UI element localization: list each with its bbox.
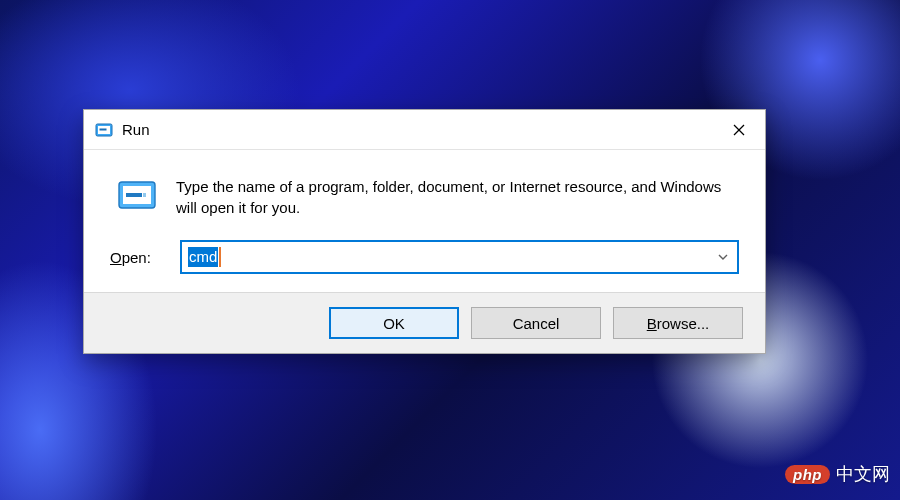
button-bar: OK Cancel Browse... [84, 292, 765, 353]
close-button[interactable] [715, 110, 763, 150]
watermark: php 中文网 [785, 462, 890, 486]
combobox-dropdown-button[interactable] [709, 242, 737, 272]
chevron-down-icon [717, 251, 729, 263]
browse-button[interactable]: Browse... [613, 307, 743, 339]
svg-rect-7 [126, 193, 142, 197]
dialog-content: Type the name of a program, folder, docu… [84, 150, 765, 292]
watermark-text: 中文网 [836, 462, 890, 486]
open-input[interactable]: cmd [182, 242, 709, 272]
open-row: Open: cmd [110, 240, 739, 274]
svg-rect-8 [143, 193, 146, 197]
run-app-icon [94, 120, 114, 140]
description-row: Type the name of a program, folder, docu… [110, 174, 739, 218]
ok-button[interactable]: OK [329, 307, 459, 339]
watermark-badge: php [785, 465, 830, 484]
run-dialog: Run Type the name of a program, folder, … [83, 109, 766, 354]
open-label: Open: [110, 249, 166, 266]
close-icon [733, 124, 745, 136]
svg-rect-2 [100, 128, 107, 130]
description-text: Type the name of a program, folder, docu… [176, 174, 739, 218]
text-caret [219, 247, 220, 267]
titlebar: Run [84, 110, 765, 150]
dialog-title: Run [122, 121, 715, 138]
run-large-icon [116, 174, 158, 216]
open-input-value: cmd [188, 247, 218, 267]
open-combobox[interactable]: cmd [180, 240, 739, 274]
cancel-button[interactable]: Cancel [471, 307, 601, 339]
